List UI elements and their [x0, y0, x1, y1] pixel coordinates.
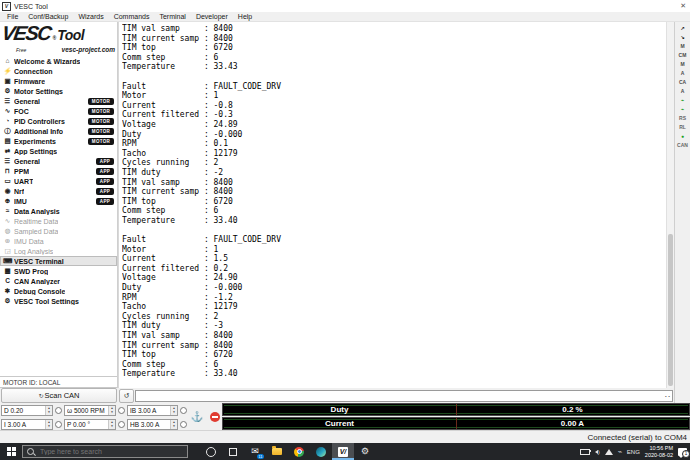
- sidebar-item[interactable]: ⌨ VESC Terminal: [0, 256, 117, 266]
- toolbar-button[interactable]: M: [676, 60, 689, 69]
- settings-button[interactable]: ⚙: [354, 443, 376, 460]
- sidebar-item-label: Log Analysis: [14, 248, 53, 255]
- spinbox-value: ω 5000 RPM: [67, 407, 108, 414]
- value-spinbox[interactable]: HB 3.00 A ▲▼: [127, 419, 178, 430]
- menu-bar: FileConf/BackupWizardsCommandsTerminalDe…: [0, 12, 690, 22]
- sidebar-item[interactable]: ⇄ App Settings: [0, 146, 117, 156]
- chrome-button[interactable]: [288, 443, 310, 460]
- spinner-arrows-icon[interactable]: ▲▼: [45, 406, 52, 415]
- sidebar-item[interactable]: ◉ Nrf APP: [0, 186, 117, 196]
- search-input[interactable]: [38, 447, 183, 456]
- sidebar-item[interactable]: ≈ Data Analysis: [0, 206, 117, 216]
- file-explorer-button[interactable]: [266, 443, 288, 460]
- sidebar-item[interactable]: ▦ SWD Prog: [0, 266, 117, 276]
- edge-button[interactable]: [310, 443, 332, 460]
- mode-radio[interactable]: [118, 421, 125, 428]
- scan-can-button[interactable]: ↻ Scan CAN: [1, 388, 117, 403]
- terminal-output[interactable]: TIM val samp : 8400TIM current samp : 84…: [118, 22, 674, 388]
- sidebar-item[interactable]: ⚙ VESC Tool Settings: [0, 296, 117, 306]
- sidebar-item[interactable]: ☰ General APP: [0, 156, 117, 166]
- toolbar-button[interactable]: M: [676, 42, 689, 51]
- spinner-arrows-icon[interactable]: ▲▼: [170, 406, 177, 415]
- task-view-button[interactable]: [222, 443, 244, 460]
- menu-item[interactable]: Help: [233, 13, 257, 20]
- menu-item[interactable]: Developer: [191, 13, 233, 20]
- sidebar-item[interactable]: ◲ Log Analysis: [0, 246, 117, 256]
- toolbar-button[interactable]: ⌁: [676, 105, 689, 114]
- menu-item[interactable]: Wizards: [73, 13, 108, 20]
- toolbar-button[interactable]: ↗: [676, 24, 689, 33]
- sidebar-item[interactable]: ⊕ IMU APP: [0, 196, 117, 206]
- sidebar-item[interactable]: ⊓ PPM APP: [0, 166, 117, 176]
- notification-icon[interactable]: 1: [678, 448, 687, 456]
- terminal-line: TIM val samp : 8400: [122, 178, 664, 188]
- anchor-icon[interactable]: ⚓: [190, 406, 204, 428]
- sidebar-item[interactable]: C CAN Analyzer: [0, 276, 117, 286]
- battery-icon[interactable]: [580, 449, 590, 455]
- start-button[interactable]: [0, 443, 22, 460]
- spinner-arrows-icon[interactable]: ▲▼: [108, 406, 115, 415]
- toolbar-button[interactable]: ⌁: [676, 96, 689, 105]
- speaker-icon[interactable]: ): [595, 449, 600, 455]
- sidebar-item[interactable]: ⊛ IMU Data: [0, 236, 117, 246]
- sidebar-item[interactable]: ▣ Firmware: [0, 76, 117, 86]
- language-indicator[interactable]: ENG: [627, 449, 640, 455]
- vesc-tool-taskbar-button[interactable]: V/: [332, 443, 354, 460]
- terminal-line: TIM current samp : 8400: [122, 34, 664, 44]
- sidebar-item[interactable]: ∿ Realtime Data: [0, 216, 117, 226]
- sidebar-item[interactable]: ▤ Experiments MOTOR: [0, 136, 117, 146]
- sidebar-item[interactable]: ✱ Debug Console: [0, 286, 117, 296]
- value-spinbox[interactable]: D 0.20 ▲▼: [1, 405, 53, 416]
- serial-icon[interactable]: ⌁: [618, 448, 622, 455]
- terminal-scrollbar[interactable]: [666, 22, 674, 388]
- toolbar-button[interactable]: ↘: [676, 33, 689, 42]
- cortana-button[interactable]: [200, 443, 222, 460]
- sidebar-item[interactable]: ☰ General MOTOR: [0, 96, 117, 106]
- toolbar-button[interactable]: CA: [676, 78, 689, 87]
- history-button[interactable]: ↺: [119, 389, 134, 403]
- scrollbar-thumb[interactable]: [668, 234, 673, 386]
- toolbar-button[interactable]: A: [676, 87, 689, 96]
- menu-item[interactable]: Terminal: [154, 13, 190, 20]
- mode-radio[interactable]: [118, 407, 125, 414]
- value-spinbox[interactable]: I 3.00 A ▲▼: [1, 419, 53, 430]
- menu-item[interactable]: Conf/Backup: [23, 13, 73, 20]
- sidebar-item[interactable]: ⚙ Motor Settings: [0, 86, 117, 96]
- toolbar-button[interactable]: A: [676, 69, 689, 78]
- mail-button[interactable]: ✉ 11: [244, 443, 266, 460]
- sidebar-item[interactable]: ⓘ Additional Info MOTOR: [0, 126, 117, 136]
- toolbar-button[interactable]: CM: [676, 51, 689, 60]
- sidebar-item[interactable]: ▭ UART APP: [0, 176, 117, 186]
- taskbar-clock[interactable]: 10:56 PM 2020-08-02: [645, 445, 673, 458]
- sidebar-item-icon: ⇄: [3, 148, 12, 155]
- sidebar-item[interactable]: ⚡ Connection: [0, 66, 117, 76]
- toolbar-button[interactable]: CAN: [676, 141, 689, 150]
- mode-radio[interactable]: [180, 421, 187, 428]
- sidebar-item[interactable]: ⌂ Welcome & Wizards: [0, 56, 117, 66]
- close-icon[interactable]: ✕: [680, 2, 686, 10]
- spinner-arrows-icon[interactable]: ▲▼: [108, 420, 115, 429]
- toolbar-button[interactable]: RL: [676, 123, 689, 132]
- taskbar-search[interactable]: [22, 445, 188, 458]
- toolbar-button[interactable]: RS: [676, 114, 689, 123]
- sidebar-item-label: Realtime Data: [14, 218, 58, 225]
- sidebar-item[interactable]: ∿ FOC MOTOR: [0, 106, 117, 116]
- mode-radio[interactable]: [180, 407, 187, 414]
- mode-radio[interactable]: [55, 407, 62, 414]
- spinner-arrows-icon[interactable]: ▲▼: [45, 420, 52, 429]
- value-spinbox[interactable]: IB 3.00 A ▲▼: [127, 405, 178, 416]
- value-spinbox[interactable]: ω 5000 RPM ▲▼: [64, 405, 116, 416]
- sidebar-item-icon: ▣: [3, 78, 12, 85]
- wifi-icon[interactable]: [605, 449, 613, 455]
- menu-item[interactable]: File: [2, 13, 23, 20]
- sidebar-item[interactable]: ◍ Sampled Data: [0, 226, 117, 236]
- toolbar-button[interactable]: ●: [676, 132, 689, 141]
- mode-radio[interactable]: [55, 421, 62, 428]
- value-spinbox[interactable]: P 0.00 ° ▲▼: [64, 419, 116, 430]
- stop-button[interactable]: [208, 406, 222, 428]
- menu-item[interactable]: Commands: [109, 13, 155, 20]
- input-action-icons[interactable]: ▪▪: [665, 394, 670, 399]
- spinner-arrows-icon[interactable]: ▲▼: [170, 420, 177, 429]
- terminal-command-input[interactable]: [135, 390, 673, 402]
- sidebar-item[interactable]: ◔ PID Controllers MOTOR: [0, 116, 117, 126]
